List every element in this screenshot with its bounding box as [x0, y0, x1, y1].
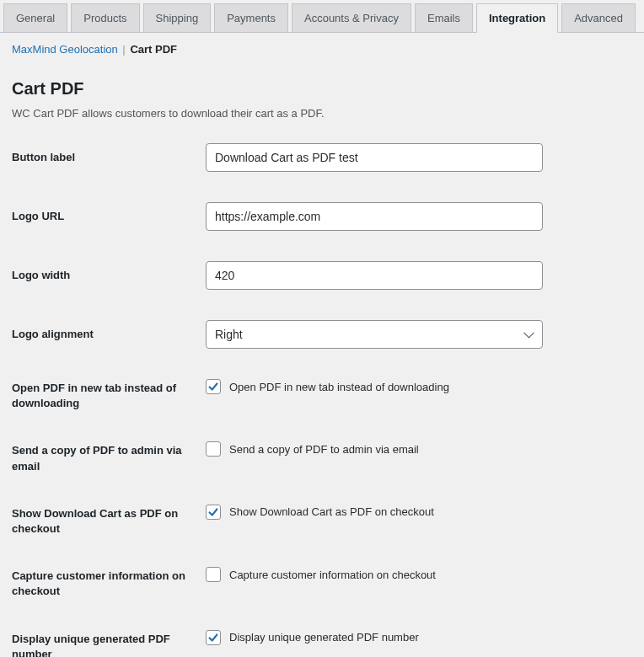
subnav: MaxMind Geolocation | Cart PDF	[0, 33, 644, 62]
input-button-label[interactable]	[206, 143, 543, 172]
tab-products[interactable]: Products	[71, 3, 139, 32]
subnav-separator: |	[122, 43, 125, 56]
checkbox-label-display-unique-number[interactable]: Display unique generated PDF number	[229, 631, 419, 644]
page-description: WC Cart PDF allows customers to download…	[12, 107, 632, 120]
checkbox-label-send-admin-email[interactable]: Send a copy of PDF to admin via email	[229, 443, 419, 456]
select-logo-alignment[interactable]: Right	[206, 320, 543, 349]
row-send-admin-email: Send a copy of PDF to admin via email Se…	[12, 441, 632, 473]
checkbox-label-show-on-checkout[interactable]: Show Download Cart as PDF on checkout	[229, 505, 434, 518]
content: Cart PDF WC Cart PDF allows customers to…	[0, 62, 644, 657]
row-open-new-tab: Open PDF in new tab instead of downloadi…	[12, 379, 632, 411]
row-display-unique-number: Display unique generated PDF number Disp…	[12, 630, 632, 658]
checkbox-capture-customer[interactable]	[206, 567, 221, 582]
tab-advanced[interactable]: Advanced	[561, 3, 636, 32]
subnav-link-maxmind[interactable]: MaxMind Geolocation	[12, 43, 118, 56]
row-capture-customer: Capture customer information on checkout…	[12, 567, 632, 599]
nav-tabs: GeneralProductsShippingPaymentsAccounts …	[0, 0, 644, 33]
checkbox-display-unique-number[interactable]	[206, 630, 221, 645]
input-logo-width[interactable]	[206, 261, 543, 290]
row-logo-url: Logo URL	[12, 202, 632, 231]
label-logo-alignment: Logo alignment	[12, 320, 206, 342]
tab-payments[interactable]: Payments	[214, 3, 288, 32]
tab-general[interactable]: General	[3, 3, 67, 32]
row-button-label: Button label	[12, 143, 632, 172]
label-capture-customer: Capture customer information on checkout	[12, 567, 206, 599]
tab-emails[interactable]: Emails	[415, 3, 473, 32]
label-show-on-checkout: Show Download Cart as PDF on checkout	[12, 505, 206, 537]
tab-accounts-privacy[interactable]: Accounts & Privacy	[292, 3, 411, 32]
label-button-label: Button label	[12, 143, 206, 165]
checkbox-open-new-tab[interactable]	[206, 379, 221, 394]
label-send-admin-email: Send a copy of PDF to admin via email	[12, 441, 206, 473]
tab-shipping[interactable]: Shipping	[143, 3, 212, 32]
row-show-on-checkout: Show Download Cart as PDF on checkout Sh…	[12, 505, 632, 537]
checkbox-show-on-checkout[interactable]	[206, 505, 221, 520]
checkbox-label-capture-customer[interactable]: Capture customer information on checkout	[229, 569, 436, 581]
page-heading: Cart PDF	[12, 79, 632, 99]
row-logo-width: Logo width	[12, 261, 632, 290]
label-logo-url: Logo URL	[12, 202, 206, 224]
checkbox-label-open-new-tab[interactable]: Open PDF in new tab instead of downloadi…	[229, 381, 449, 393]
label-display-unique-number: Display unique generated PDF number	[12, 630, 206, 658]
checkbox-send-admin-email[interactable]	[206, 441, 221, 457]
input-logo-url[interactable]	[206, 202, 543, 231]
row-logo-alignment: Logo alignment Right	[12, 320, 632, 349]
subnav-current: Cart PDF	[130, 43, 177, 56]
label-logo-width: Logo width	[12, 261, 206, 283]
tab-integration[interactable]: Integration	[476, 3, 558, 33]
label-open-new-tab: Open PDF in new tab instead of downloadi…	[12, 379, 206, 411]
